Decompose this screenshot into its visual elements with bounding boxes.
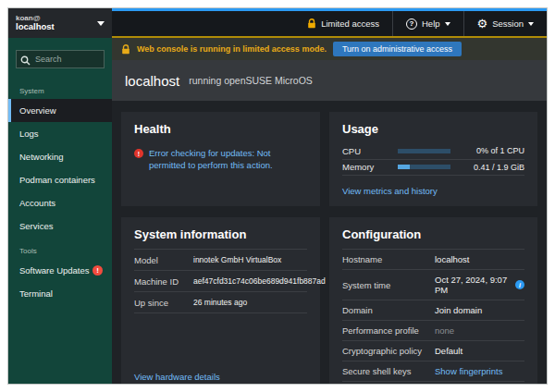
- sidebar-item-networking[interactable]: Networking: [8, 145, 112, 168]
- account-host: localhost: [16, 22, 97, 32]
- usage-title: Usage: [342, 122, 524, 136]
- configuration-title: Configuration: [342, 227, 524, 241]
- sidebar-item-terminal[interactable]: Terminal: [8, 282, 112, 305]
- page-subtitle: running openSUSE MicroOS: [189, 75, 313, 86]
- secure-shell-keys-row: Secure shell keys Show fingerprints: [342, 361, 524, 382]
- cryptographic-policy-row: Cryptographic policy Default: [342, 341, 524, 361]
- updates-alert-badge: !: [92, 265, 103, 276]
- health-card: Health ! Error checking for updates: Not…: [121, 112, 320, 206]
- system-time-row: System time Oct 27, 2024, 9:07 PM i: [342, 270, 524, 300]
- usage-card: Usage CPU 0% of 1 CPU Memory 0.41 / 1.9 …: [329, 112, 537, 206]
- chevron-down-icon: [528, 22, 534, 26]
- info-icon[interactable]: i: [515, 280, 524, 289]
- memory-usage-row: Memory 0.41 / 1.9 GiB: [342, 160, 524, 177]
- machine-id-row: Machine ID aef47cfd31c74c06be689d941fb88…: [134, 271, 307, 292]
- sidebar: koan@ localhost System Overview Logs Net…: [8, 8, 112, 384]
- sidebar-item-overview[interactable]: Overview: [8, 99, 112, 122]
- join-domain[interactable]: Join domain: [435, 305, 482, 315]
- chevron-down-icon: [445, 22, 450, 26]
- up-since-row: Up since 26 minutes ago: [134, 292, 307, 313]
- sidebar-item-accounts[interactable]: Accounts: [8, 191, 112, 214]
- gear-icon: ⚙: [477, 18, 488, 30]
- cpu-label: CPU: [342, 146, 388, 156]
- nav-section-tools: Tools: [8, 238, 112, 259]
- system-information-card: System information Model innotek GmbH Vi…: [121, 217, 320, 384]
- page-header: localhost running openSUSE MicroOS: [112, 60, 547, 101]
- performance-profile-row: Performance profile none: [342, 321, 524, 341]
- limited-access-indicator: Limited access: [294, 11, 392, 36]
- memory-usage-value: 0.41 / 1.9 GiB: [460, 163, 524, 172]
- cockpit-window: koan@ localhost System Overview Logs Net…: [7, 7, 548, 385]
- page-title: localhost: [125, 73, 179, 89]
- health-error-row: ! Error checking for updates: Not permit…: [134, 147, 307, 172]
- configuration-rows: Hostname localhost System time Oct 27, 2…: [342, 249, 524, 382]
- lock-icon: [121, 44, 130, 55]
- health-title: Health: [134, 122, 307, 136]
- lock-icon: [307, 18, 316, 29]
- cpu-progress-bar: [398, 149, 450, 153]
- system-information-rows: Model innotek GmbH VirtualBox Machine ID…: [134, 249, 307, 313]
- sidebar-item-logs[interactable]: Logs: [8, 122, 112, 145]
- view-hardware-details-link[interactable]: View hardware details: [134, 372, 307, 382]
- hostname-row: Hostname localhost: [342, 249, 524, 270]
- masthead: Limited access ? Help ⚙ Session: [112, 8, 547, 38]
- error-icon: !: [134, 149, 143, 158]
- configuration-card: Configuration Hostname localhost System …: [329, 217, 537, 384]
- memory-label: Memory: [342, 162, 388, 172]
- memory-progress-bar: [398, 165, 450, 169]
- domain-row: Domain Join domain: [342, 300, 524, 321]
- cpu-usage-row: CPU 0% of 1 CPU: [342, 143, 524, 160]
- sidebar-item-podman-containers[interactable]: Podman containers: [8, 168, 112, 191]
- limited-access-alert: Web console is running in limited access…: [112, 38, 547, 60]
- chevron-down-icon: [97, 21, 105, 26]
- account-info: koan@ localhost: [16, 14, 97, 32]
- nav-section-system: System: [8, 78, 112, 99]
- session-menu[interactable]: ⚙ Session: [464, 11, 547, 36]
- cpu-usage-value: 0% of 1 CPU: [460, 146, 524, 155]
- sidebar-item-services[interactable]: Services: [8, 214, 112, 238]
- system-information-title: System information: [134, 227, 307, 241]
- health-error-link[interactable]: Error checking for updates: Not permitte…: [149, 147, 307, 172]
- sidebar-item-software-updates[interactable]: Software Updates !: [8, 259, 112, 282]
- main-area: Limited access ? Help ⚙ Session Web cons…: [112, 8, 547, 384]
- turn-on-admin-access-button[interactable]: Turn on administrative access: [333, 42, 462, 56]
- overview-content: Health ! Error checking for updates: Not…: [112, 101, 547, 384]
- search-icon: [20, 53, 31, 69]
- search-box: [16, 49, 105, 68]
- help-menu[interactable]: ? Help: [393, 11, 463, 36]
- help-icon: ?: [406, 18, 417, 30]
- alert-message: Web console is running in limited access…: [137, 44, 327, 54]
- view-metrics-link[interactable]: View metrics and history: [342, 186, 524, 196]
- show-fingerprints-link[interactable]: Show fingerprints: [435, 366, 502, 376]
- model-row: Model innotek GmbH VirtualBox: [134, 249, 307, 271]
- account-menu[interactable]: koan@ localhost: [8, 8, 112, 38]
